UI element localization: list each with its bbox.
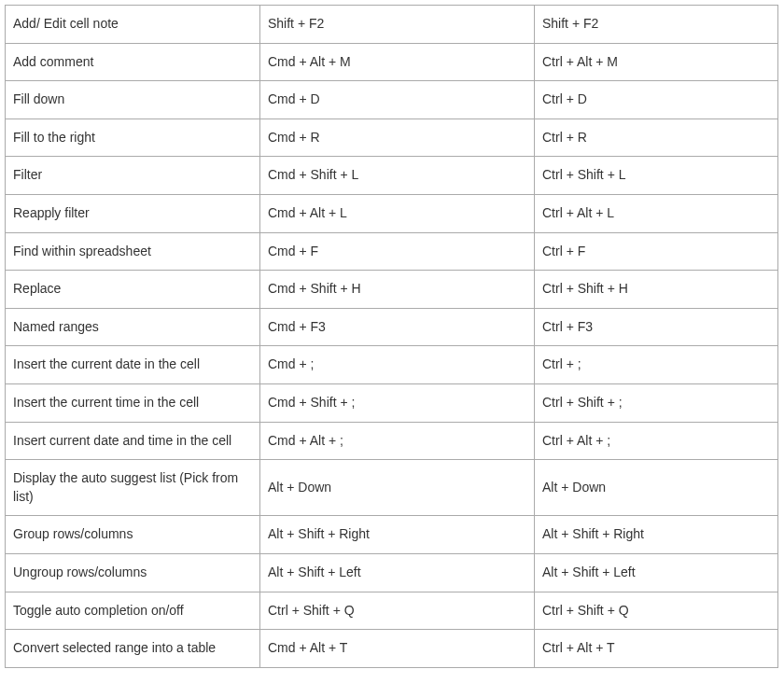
win-shortcut-cell: Ctrl + F <box>535 232 778 271</box>
table-row: Display the auto suggest list (Pick from… <box>6 460 778 516</box>
win-shortcut-cell: Ctrl + Alt + ; <box>535 422 778 460</box>
action-cell: Reapply filter <box>6 194 260 232</box>
table-row: Insert current date and time in the cell… <box>6 422 778 460</box>
table-row: Insert the current date in the cellCmd +… <box>6 346 778 384</box>
mac-shortcut-cell: Cmd + Alt + M <box>260 43 535 81</box>
table-row: Toggle auto completion on/offCtrl + Shif… <box>6 592 778 630</box>
mac-shortcut-cell: Cmd + D <box>260 81 535 119</box>
mac-shortcut-cell: Shift + F2 <box>260 6 535 44</box>
action-cell: Filter <box>6 157 260 195</box>
mac-shortcut-cell: Cmd + ; <box>260 346 535 384</box>
mac-shortcut-cell: Cmd + Alt + L <box>260 194 535 232</box>
action-cell: Add/ Edit cell note <box>6 6 260 44</box>
table-row: Convert selected range into a tableCmd +… <box>6 630 778 668</box>
table-row: Ungroup rows/columnsAlt + Shift + LeftAl… <box>6 553 778 592</box>
win-shortcut-cell: Ctrl + ; <box>535 346 778 384</box>
win-shortcut-cell: Ctrl + Shift + Q <box>535 592 778 630</box>
win-shortcut-cell: Ctrl + D <box>535 81 778 119</box>
action-cell: Toggle auto completion on/off <box>6 592 260 630</box>
action-cell: Add comment <box>6 43 260 81</box>
mac-shortcut-cell: Alt + Shift + Right <box>260 516 535 554</box>
table-row: ReplaceCmd + Shift + HCtrl + Shift + H <box>6 271 778 309</box>
action-cell: Fill down <box>6 81 260 119</box>
table-row: Insert the current time in the cellCmd +… <box>6 383 778 422</box>
win-shortcut-cell: Ctrl + F3 <box>535 308 778 346</box>
win-shortcut-cell: Shift + F2 <box>535 6 778 44</box>
action-cell: Display the auto suggest list (Pick from… <box>6 460 260 516</box>
table-row: Fill downCmd + DCtrl + D <box>6 81 778 119</box>
mac-shortcut-cell: Ctrl + Shift + Q <box>260 592 535 630</box>
action-cell: Group rows/columns <box>6 516 260 554</box>
mac-shortcut-cell: Cmd + F <box>260 232 535 271</box>
win-shortcut-cell: Ctrl + Shift + H <box>535 271 778 309</box>
win-shortcut-cell: Alt + Down <box>535 460 778 516</box>
mac-shortcut-cell: Alt + Down <box>260 460 535 516</box>
action-cell: Find within spreadsheet <box>6 232 260 271</box>
action-cell: Insert the current time in the cell <box>6 383 260 422</box>
table-row: FilterCmd + Shift + LCtrl + Shift + L <box>6 157 778 195</box>
mac-shortcut-cell: Cmd + F3 <box>260 308 535 346</box>
action-cell: Convert selected range into a table <box>6 630 260 668</box>
table-row: Add/ Edit cell noteShift + F2Shift + F2 <box>6 6 778 44</box>
table-row: Fill to the rightCmd + RCtrl + R <box>6 118 778 157</box>
mac-shortcut-cell: Cmd + Alt + T <box>260 630 535 668</box>
mac-shortcut-cell: Cmd + R <box>260 118 535 157</box>
table-row: Reapply filterCmd + Alt + LCtrl + Alt + … <box>6 194 778 232</box>
table-row: Add commentCmd + Alt + MCtrl + Alt + M <box>6 43 778 81</box>
table-row: Find within spreadsheetCmd + FCtrl + F <box>6 232 778 271</box>
table-row: Group rows/columnsAlt + Shift + RightAlt… <box>6 516 778 554</box>
action-cell: Insert the current date in the cell <box>6 346 260 384</box>
win-shortcut-cell: Ctrl + Alt + M <box>535 43 778 81</box>
win-shortcut-cell: Alt + Shift + Left <box>535 553 778 592</box>
win-shortcut-cell: Ctrl + Alt + T <box>535 630 778 668</box>
action-cell: Fill to the right <box>6 118 260 157</box>
win-shortcut-cell: Ctrl + Shift + ; <box>535 383 778 422</box>
mac-shortcut-cell: Alt + Shift + Left <box>260 553 535 592</box>
win-shortcut-cell: Ctrl + Alt + L <box>535 194 778 232</box>
win-shortcut-cell: Ctrl + R <box>535 118 778 157</box>
action-cell: Ungroup rows/columns <box>6 553 260 592</box>
shortcuts-table-body: Add/ Edit cell noteShift + F2Shift + F2A… <box>6 6 778 668</box>
shortcuts-table: Add/ Edit cell noteShift + F2Shift + F2A… <box>5 5 778 668</box>
win-shortcut-cell: Ctrl + Shift + L <box>535 157 778 195</box>
mac-shortcut-cell: Cmd + Shift + ; <box>260 383 535 422</box>
mac-shortcut-cell: Cmd + Alt + ; <box>260 422 535 460</box>
table-row: Named rangesCmd + F3Ctrl + F3 <box>6 308 778 346</box>
mac-shortcut-cell: Cmd + Shift + H <box>260 271 535 309</box>
mac-shortcut-cell: Cmd + Shift + L <box>260 157 535 195</box>
action-cell: Replace <box>6 271 260 309</box>
win-shortcut-cell: Alt + Shift + Right <box>535 516 778 554</box>
action-cell: Insert current date and time in the cell <box>6 422 260 460</box>
action-cell: Named ranges <box>6 308 260 346</box>
